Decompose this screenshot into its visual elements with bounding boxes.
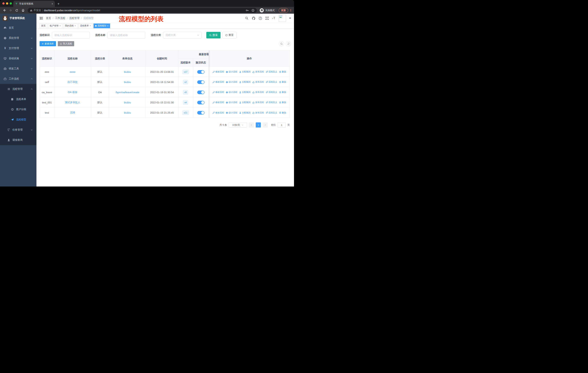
- tag-process-form[interactable]: 流程表单×: [78, 23, 93, 28]
- design-process-link[interactable]: 设计流程: [226, 81, 237, 84]
- design-process-link[interactable]: 设计流程: [226, 111, 237, 114]
- tag-process-model[interactable]: 流程模型×: [94, 23, 110, 28]
- design-process-link[interactable]: 设计流程: [226, 70, 237, 73]
- avatar-caret-icon[interactable]: [289, 18, 291, 19]
- tab-close-icon[interactable]: ×: [52, 2, 53, 5]
- sidebar-collapse-icon[interactable]: [39, 16, 43, 20]
- form-info-link[interactable]: /bpm/oa/leave/create: [116, 91, 139, 94]
- form-info-link[interactable]: biubiu: [124, 111, 131, 114]
- sidebar-item-task-management[interactable]: 任务管理: [0, 125, 36, 135]
- sidebar-item-system[interactable]: 系统管理: [0, 33, 36, 43]
- model-name-link[interactable]: eeee: [70, 71, 75, 73]
- create-process-button[interactable]: 新建流程: [40, 41, 56, 46]
- sidebar-item-payment[interactable]: ¥ 支付管理: [0, 43, 36, 53]
- current-page[interactable]: 1: [256, 122, 261, 128]
- reload-icon[interactable]: [14, 8, 19, 13]
- active-toggle[interactable]: [197, 91, 205, 94]
- delete-link[interactable]: 删除: [279, 70, 286, 73]
- sidebar-item-devtools[interactable]: 研发工具: [0, 64, 36, 74]
- search-button[interactable]: 搜索: [206, 32, 220, 39]
- browser-tab[interactable]: 芋道管理系统 ×: [13, 1, 55, 7]
- active-toggle[interactable]: [197, 70, 205, 74]
- delete-link[interactable]: 删除: [279, 111, 286, 114]
- sidebar-item-process-management[interactable]: 流程管理: [0, 84, 36, 94]
- model-name-link[interactable]: 测试多审批人: [65, 101, 80, 104]
- edit-process-link[interactable]: 修改流程: [212, 111, 224, 114]
- close-icon[interactable]: ×: [90, 25, 91, 27]
- process-definition-link[interactable]: 流程定义: [266, 111, 277, 114]
- delete-link[interactable]: 删除: [279, 91, 286, 94]
- sidebar-item-home[interactable]: 首页: [0, 23, 36, 33]
- process-definition-link[interactable]: 流程定义: [266, 101, 277, 104]
- assign-rule-link[interactable]: 分配规则: [239, 101, 251, 104]
- model-name-link[interactable]: 自己审批: [67, 81, 78, 84]
- publish-process-link[interactable]: 发布流程: [252, 111, 264, 114]
- filter-id-input[interactable]: [52, 32, 90, 39]
- filter-category-select[interactable]: 流程分类: [163, 32, 202, 39]
- form-info-link[interactable]: biubiu: [124, 71, 131, 73]
- close-window-button[interactable]: [2, 2, 5, 5]
- model-name-link[interactable]: 滔博: [70, 111, 75, 114]
- address-bar[interactable]: 不安全 dashboard.yudao.iocoder.cn/bpm/manag…: [28, 8, 257, 13]
- edit-process-link[interactable]: 修改流程: [212, 91, 224, 94]
- design-process-link[interactable]: 设计流程: [226, 101, 237, 104]
- font-size-icon[interactable]: тT: [272, 16, 276, 20]
- sidebar-item-process-model[interactable]: 流程模型: [0, 115, 36, 125]
- next-page-button[interactable]: [263, 122, 268, 128]
- publish-process-link[interactable]: 发布流程: [252, 81, 264, 84]
- minimize-window-button[interactable]: [6, 2, 8, 5]
- import-process-button[interactable]: 导入流程: [58, 41, 74, 46]
- edit-process-link[interactable]: 修改流程: [212, 70, 224, 73]
- active-toggle[interactable]: [197, 111, 205, 115]
- help-icon[interactable]: ?: [258, 16, 262, 20]
- breadcrumb-workflow[interactable]: 工作流程: [55, 17, 65, 20]
- new-tab-button[interactable]: +: [57, 2, 60, 6]
- active-toggle[interactable]: [197, 101, 205, 104]
- show-search-button[interactable]: [279, 41, 284, 46]
- tag-my-process[interactable]: 我的流程×: [63, 23, 77, 28]
- model-name-link[interactable]: OA 请假: [68, 91, 77, 94]
- zoom-window-button[interactable]: [10, 2, 12, 5]
- user-avatar[interactable]: [279, 15, 286, 22]
- assign-rule-link[interactable]: 分配规则: [239, 111, 251, 114]
- filter-name-input[interactable]: [107, 32, 145, 39]
- prev-page-button[interactable]: [249, 122, 254, 128]
- breadcrumb-process-management[interactable]: 流程管理: [69, 17, 79, 20]
- sidebar-item-process-form[interactable]: 流程表单: [0, 94, 36, 104]
- edit-process-link[interactable]: 修改流程: [212, 101, 224, 104]
- design-process-link[interactable]: 设计流程: [226, 91, 237, 94]
- publish-process-link[interactable]: 发布流程: [252, 70, 264, 73]
- bookmark-star-icon[interactable]: [251, 9, 255, 12]
- forward-icon[interactable]: [8, 8, 13, 13]
- process-definition-link[interactable]: 流程定义: [266, 81, 277, 84]
- edit-process-link[interactable]: 修改流程: [212, 81, 224, 84]
- sidebar-item-infrastructure[interactable]: 基础设施: [0, 53, 36, 64]
- security-warning[interactable]: 不安全: [30, 9, 41, 12]
- breadcrumb-home[interactable]: 首页: [46, 17, 51, 20]
- close-icon[interactable]: ×: [74, 25, 76, 27]
- tag-home[interactable]: 首页: [40, 23, 47, 28]
- update-button[interactable]: 更新: [279, 8, 288, 13]
- publish-process-link[interactable]: 发布流程: [252, 101, 264, 104]
- form-info-link[interactable]: biubiu: [124, 101, 131, 104]
- key-icon[interactable]: [245, 9, 249, 12]
- sidebar-logo[interactable]: 芋道管理系统: [0, 14, 36, 23]
- page-size-select[interactable]: 10条/页: [229, 122, 247, 128]
- search-icon[interactable]: [245, 16, 249, 20]
- reset-button[interactable]: 重置: [222, 32, 237, 39]
- publish-process-link[interactable]: 发布流程: [252, 91, 264, 94]
- fullscreen-icon[interactable]: [265, 16, 269, 20]
- back-icon[interactable]: [2, 8, 7, 13]
- refresh-table-button[interactable]: [286, 41, 291, 46]
- browser-menu-icon[interactable]: ⋮: [289, 9, 292, 12]
- tag-tenant[interactable]: 租户管理×: [48, 23, 62, 28]
- assign-rule-link[interactable]: 分配规则: [239, 81, 251, 84]
- sidebar-item-leave-query[interactable]: 请假查询: [0, 135, 36, 145]
- home-icon[interactable]: [21, 8, 26, 13]
- assign-rule-link[interactable]: 分配规则: [239, 91, 251, 94]
- process-definition-link[interactable]: 流程定义: [266, 70, 277, 73]
- delete-link[interactable]: 删除: [279, 81, 286, 84]
- goto-page-input[interactable]: [278, 122, 286, 128]
- close-icon[interactable]: ×: [107, 25, 108, 27]
- delete-link[interactable]: 删除: [279, 101, 286, 104]
